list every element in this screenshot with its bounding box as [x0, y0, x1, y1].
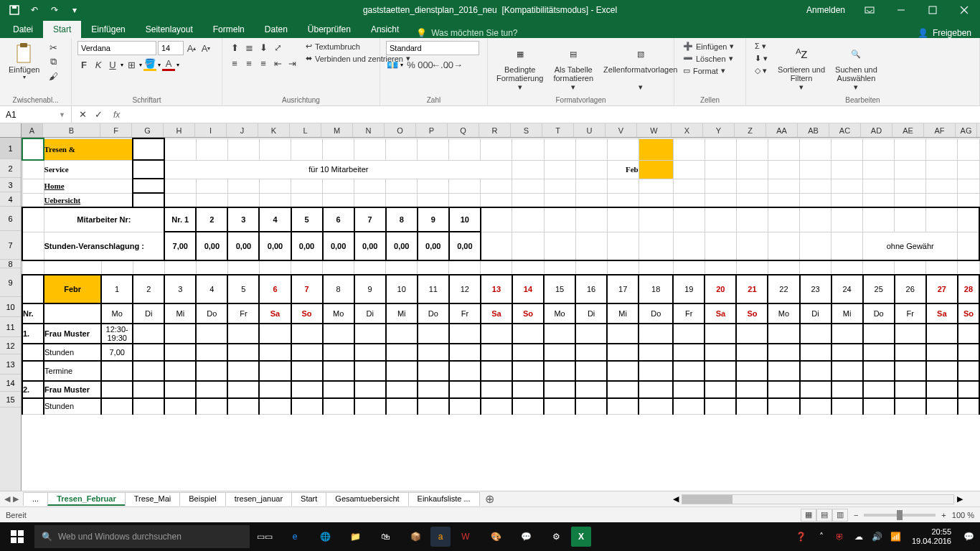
- col-header[interactable]: AD: [861, 123, 892, 137]
- align-top-icon[interactable]: ⬆: [228, 41, 241, 54]
- dec-decimal-icon[interactable]: .0→: [448, 58, 461, 71]
- tray-antivirus-icon[interactable]: ⛨: [831, 522, 849, 551]
- number-format-select[interactable]: [386, 41, 479, 55]
- taskbar-app-icon[interactable]: ⚙: [541, 522, 571, 551]
- add-sheet-icon[interactable]: ⊕: [479, 492, 500, 506]
- formula-input[interactable]: [124, 106, 980, 123]
- grow-font-icon[interactable]: A▴: [185, 42, 198, 55]
- view-layout-icon[interactable]: ▤: [816, 509, 832, 522]
- share-button[interactable]: 👤 Freigeben: [918, 28, 971, 38]
- explorer-icon[interactable]: 📁: [340, 522, 370, 551]
- store-icon[interactable]: 🛍: [370, 522, 400, 551]
- start-button[interactable]: [0, 522, 34, 551]
- action-center-icon[interactable]: 💬: [958, 522, 979, 551]
- select-all-corner[interactable]: [0, 123, 22, 137]
- col-header[interactable]: T: [542, 123, 574, 137]
- col-header[interactable]: N: [353, 123, 385, 137]
- cancel-formula-icon[interactable]: ✕: [76, 108, 89, 121]
- font-color-button[interactable]: A: [162, 58, 175, 71]
- sheet-tab[interactable]: Einkaufsliste ...: [408, 492, 480, 506]
- zoom-level[interactable]: 100 %: [952, 511, 974, 519]
- excel-taskbar-icon[interactable]: X: [571, 527, 591, 547]
- row-header[interactable]: 14: [0, 375, 21, 392]
- ribbon-tab-einfügen[interactable]: Einfügen: [81, 21, 135, 38]
- sort-filter-button[interactable]: ᴬzSortieren und Filtern ▾: [775, 41, 828, 93]
- taskbar-search[interactable]: 🔍 Web und Windows durchsuchen: [34, 525, 250, 548]
- taskbar-app-icon[interactable]: 🎨: [481, 522, 511, 551]
- col-header[interactable]: Q: [448, 123, 479, 137]
- row-header[interactable]: 6: [0, 207, 21, 231]
- fx-icon[interactable]: fx: [109, 110, 124, 120]
- col-header[interactable]: H: [164, 123, 195, 137]
- ribbon-tab-überprüfen[interactable]: Überprüfen: [298, 21, 361, 38]
- row-header[interactable]: 15: [0, 392, 21, 408]
- clear-icon[interactable]: ◇ ▾: [752, 65, 771, 76]
- sheet-tab[interactable]: Gesamtuebersicht: [326, 492, 408, 506]
- ribbon-tab-start[interactable]: Start: [43, 21, 81, 38]
- col-header[interactable]: O: [385, 123, 416, 137]
- col-header[interactable]: P: [416, 123, 448, 137]
- hscroll-right-icon[interactable]: ▶: [954, 494, 966, 504]
- underline-button[interactable]: U: [106, 58, 119, 71]
- shrink-font-icon[interactable]: A▾: [199, 42, 212, 55]
- signin-link[interactable]: Anmelden: [798, 5, 854, 15]
- zoom-in-icon[interactable]: +: [941, 511, 946, 519]
- tell-me-search[interactable]: 💡 Was möchten Sie tun?: [416, 28, 517, 38]
- copy-icon[interactable]: ⧉: [47, 55, 60, 68]
- col-header[interactable]: W: [637, 123, 672, 137]
- align-right-icon[interactable]: ≡: [257, 57, 270, 70]
- sheet-tab[interactable]: ...: [23, 492, 48, 506]
- minimize-icon[interactable]: [885, 0, 917, 20]
- autosum-icon[interactable]: Σ ▾: [752, 41, 771, 52]
- zoom-slider[interactable]: [864, 514, 936, 517]
- currency-icon[interactable]: 💶: [386, 58, 399, 71]
- sheet-tab[interactable]: tresen_januar: [225, 492, 292, 506]
- tray-cloud-icon[interactable]: ☁: [850, 522, 867, 551]
- thousand-icon[interactable]: 000: [419, 58, 432, 71]
- chrome-icon[interactable]: 🌐: [310, 522, 340, 551]
- tray-help-icon[interactable]: ❓: [791, 522, 811, 551]
- col-header[interactable]: AC: [829, 123, 861, 137]
- accept-formula-icon[interactable]: ✓: [92, 108, 105, 121]
- col-header[interactable]: G: [132, 123, 164, 137]
- col-header[interactable]: AG: [956, 123, 977, 137]
- fill-icon[interactable]: ⬇ ▾: [752, 53, 771, 64]
- taskbar-app-icon[interactable]: W: [451, 522, 481, 551]
- tray-volume-icon[interactable]: 🔊: [869, 522, 886, 551]
- maximize-icon[interactable]: [917, 0, 948, 20]
- indent-dec-icon[interactable]: ⇤: [271, 57, 284, 70]
- find-select-button[interactable]: 🔍Suchen und Auswählen ▾: [832, 41, 880, 93]
- cell-grid[interactable]: Tresen &Servicefür 10 MitarbeiterFebHome…: [22, 138, 980, 491]
- amazon-icon[interactable]: a: [430, 527, 451, 547]
- italic-button[interactable]: K: [92, 58, 105, 71]
- task-view-icon[interactable]: ▭▭: [250, 522, 280, 551]
- sheet-tab[interactable]: Beispiel: [179, 492, 226, 506]
- row-header[interactable]: 1: [0, 138, 21, 159]
- row-header[interactable]: 4: [0, 192, 21, 207]
- ribbon-tab-seitenlayout[interactable]: Seitenlayout: [136, 21, 203, 38]
- col-header[interactable]: AA: [766, 123, 798, 137]
- col-header[interactable]: X: [672, 123, 703, 137]
- ribbon-tab-formeln[interactable]: Formeln: [203, 21, 255, 38]
- dropbox-icon[interactable]: 📦: [400, 522, 430, 551]
- sheet-tab[interactable]: Trese_Mai: [125, 492, 181, 506]
- horizontal-scrollbar[interactable]: [682, 494, 954, 504]
- col-header[interactable]: AE: [892, 123, 924, 137]
- name-box[interactable]: A1 ▼: [0, 106, 72, 123]
- col-header[interactable]: Y: [703, 123, 735, 137]
- col-header[interactable]: R: [479, 123, 511, 137]
- cut-icon[interactable]: ✂: [47, 41, 60, 54]
- row-header[interactable]: 9: [0, 268, 21, 297]
- edge-icon[interactable]: e: [280, 522, 310, 551]
- border-button[interactable]: ⊞: [125, 58, 138, 71]
- tab-nav-prev-icon[interactable]: ◀: [4, 494, 10, 504]
- paste-button[interactable]: Einfügen▾: [6, 41, 42, 82]
- qat-more-icon[interactable]: ▾: [66, 2, 83, 18]
- format-painter-icon[interactable]: 🖌: [47, 70, 60, 83]
- bold-button[interactable]: F: [77, 58, 90, 71]
- view-pagebreak-icon[interactable]: ▥: [832, 509, 848, 522]
- align-center-icon[interactable]: ≡: [242, 57, 255, 70]
- close-icon[interactable]: [948, 0, 980, 20]
- col-header[interactable]: K: [258, 123, 290, 137]
- align-left-icon[interactable]: ≡: [228, 57, 241, 70]
